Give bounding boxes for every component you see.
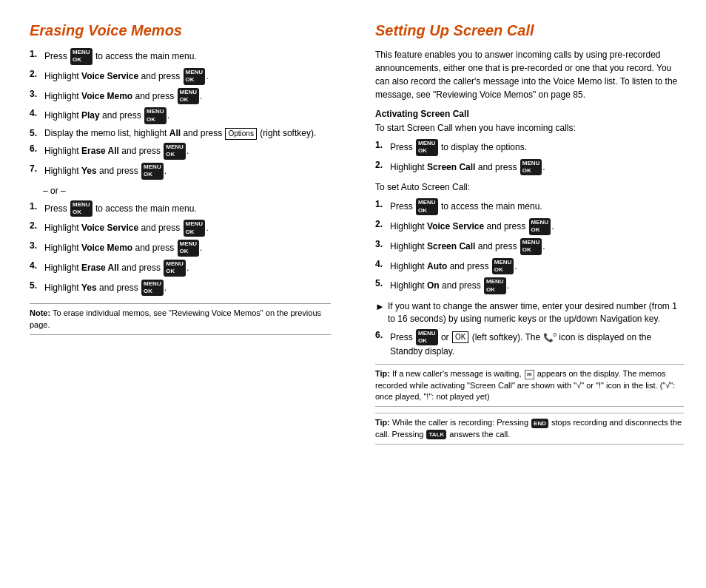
step-content: Highlight Screen Call and press MENUOK. [390,238,684,255]
step-content: Highlight Voice Memo and press MENUOK. [44,240,331,257]
tip1-text: If a new caller's message is waiting, ✉ … [375,369,675,401]
menu-button-icon: MENUOK [184,68,206,85]
end-button-icon: END [531,419,548,428]
note-box: Note: To erase individual memos, see "Re… [30,303,331,335]
menu-button-icon: MENUOK [144,107,167,124]
note-label: Note: [30,308,50,317]
step6-list: 6. Press MENUOK or OK (left softkey). Th… [375,329,684,359]
subsection-title: Activating Screen Call [375,109,684,119]
list-item: 2. Highlight Voice Service and press MEN… [30,220,331,237]
list-item: 1. Press MENUOK to access the main menu. [30,48,331,65]
auto-steps: 1. Press MENUOK to access the main menu.… [375,198,684,294]
list-item: 6. Press MENUOK or OK (left softkey). Th… [375,329,684,359]
menu-button-icon: MENUOK [520,159,542,176]
tip2-text: While the caller is recording: Pressing … [375,418,682,438]
step-number: 2. [30,68,43,81]
step-content: Press MENUOK or OK (left softkey). The 📞… [390,329,684,359]
list-item: 3. Highlight Voice Memo and press MENUOK… [30,88,331,105]
step-number: 2. [375,159,389,172]
menu-button-icon: MENUOK [164,260,186,277]
list-item: 5. Display the memo list, highlight All … [30,127,331,140]
left-page: Erasing Voice Memos 1. Press MENUOK to a… [0,22,353,573]
menu-button-icon: MENUOK [141,163,164,180]
talk-button-icon: TALK [426,430,446,439]
menu-button-icon: MENUOK [141,280,164,297]
list-item: 3. Highlight Screen Call and press MENUO… [375,238,684,255]
step-content: Highlight Yes and press MENUOK. [44,280,331,297]
step-content: Highlight Play and press MENUOK. [44,107,331,124]
step-number: 1. [30,48,43,61]
step-content: Highlight On and press MENUOK. [390,277,684,294]
menu-button-icon: MENUOK [520,238,542,255]
arrow-text: If you want to change the answer time, e… [388,300,684,325]
step-content: Highlight Voice Service and press MENUOK… [44,68,331,85]
menu-button-icon: MENUOK [70,48,93,65]
note-text: To erase individual memos, see "Reviewin… [30,308,321,328]
options-button-icon: Options [225,128,256,140]
list-item: 5. Highlight On and press MENUOK. [375,277,684,294]
auto-text: To set Auto Screen Call: [375,181,684,194]
left-section-title: Erasing Voice Memos [30,22,331,39]
step-number: 5. [30,127,43,140]
menu-button-icon: MENUOK [184,220,206,237]
list-item: 6. Highlight Erase All and press MENUOK. [30,143,331,160]
list-item: 4. Highlight Play and press MENUOK. [30,107,331,124]
step-number: 2. [375,218,389,231]
list-item: 4. Highlight Erase All and press MENUOK. [30,260,331,277]
step-content: Highlight Erase All and press MENUOK. [44,260,331,277]
step-number: 1. [375,139,389,152]
tip1-box: Tip: If a new caller's message is waitin… [375,364,684,407]
phone-icon: 📞 [543,332,554,341]
step-content: Press MENUOK to access the main menu. [390,198,684,215]
step-content: Highlight Erase All and press MENUOK. [44,143,331,160]
intro-text: This feature enables you to answer incom… [375,48,684,101]
step-number: 4. [375,258,389,271]
step-number: 2. [30,220,43,232]
tip1-label: Tip: [375,369,390,378]
step-content: Highlight Screen Call and press MENUOK. [390,159,684,176]
message-icon: ✉ [525,370,534,379]
arrow-icon: ► [375,300,386,314]
list-item: 2. Highlight Voice Service and press MEN… [30,68,331,85]
list-item: 4. Highlight Auto and press MENUOK. [375,258,684,275]
ok-button-icon: OK [452,331,468,343]
step-content: Highlight Voice Memo and press MENUOK. [44,88,331,105]
menu-button-icon: MENUOK [416,198,438,215]
menu-button-icon: MENUOK [164,143,186,160]
sub1-steps: 1. Press MENUOK to display the options. … [375,139,684,176]
list-item: 3. Highlight Voice Memo and press MENUOK… [30,240,331,257]
right-section-title: Setting Up Screen Call [375,22,684,39]
menu-button-icon: MENUOK [70,200,93,217]
list-item: 2. Highlight Screen Call and press MENUO… [375,159,684,176]
menu-button-icon: MENUOK [178,240,200,257]
step-number: 1. [30,200,43,213]
step-number: 7. [30,163,43,175]
step-content: Press MENUOK to access the main menu. [44,48,331,65]
tip2-box: Tip: While the caller is recording: Pres… [375,413,684,445]
sub1-intro: To start Screen Call when you have incom… [375,122,684,135]
or-divider: – or – [43,186,331,196]
list-item: 1. Press MENUOK to display the options. [375,139,684,156]
step-number: 6. [375,329,389,342]
menu-button-icon: MENUOK [416,329,438,346]
menu-button-icon: MENUOK [484,277,506,294]
list-item: 5. Highlight Yes and press MENUOK. [30,280,331,297]
step-content: Highlight Yes and press MENUOK. [44,163,331,180]
step-number: 6. [30,143,43,155]
step-number: 3. [30,240,43,252]
step-content: Highlight Voice Service and press MENUOK… [44,220,331,237]
step-content: Highlight Auto and press MENUOK. [390,258,684,275]
step-number: 3. [375,238,389,251]
step-number: 3. [30,88,43,101]
steps-part1: 1. Press MENUOK to access the main menu.… [30,48,331,180]
step-number: 5. [30,280,43,292]
tip2-label: Tip: [375,418,390,427]
step-content: Press MENUOK to access the main menu. [44,200,331,217]
step-number: 4. [30,107,43,120]
right-page: Setting Up Screen Call This feature enab… [353,22,706,573]
menu-button-icon: MENUOK [529,218,551,235]
steps-part2: 1. Press MENUOK to access the main menu.… [30,200,331,297]
step-number: 4. [30,260,43,272]
step-content: Press MENUOK to display the options. [390,139,684,156]
arrow-item: ► If you want to change the answer time,… [375,300,684,325]
